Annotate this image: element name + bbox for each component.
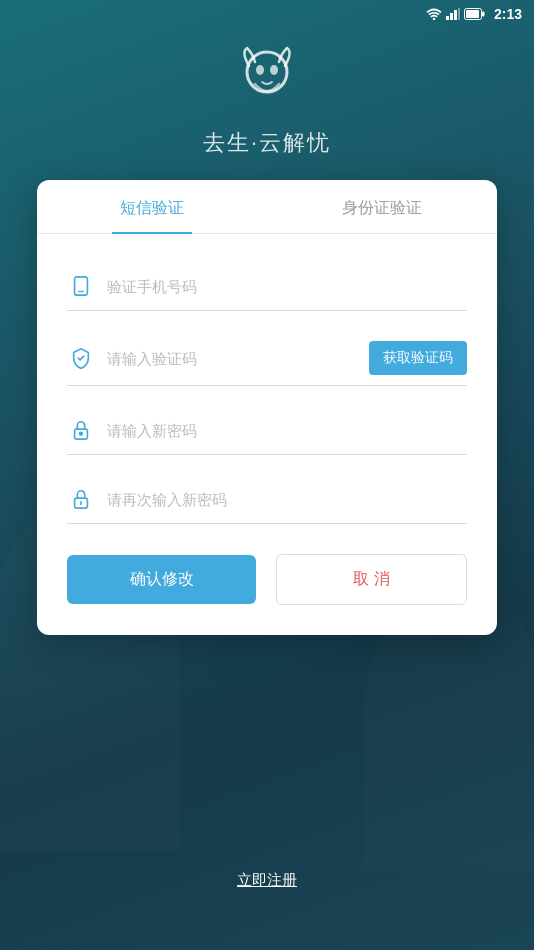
new-password-field-group (37, 406, 497, 455)
shield-icon (67, 344, 95, 372)
lock2-icon (67, 485, 95, 513)
wifi-icon (426, 8, 442, 20)
new-password-field-row (67, 406, 467, 455)
svg-point-14 (80, 432, 83, 435)
logo-icon (227, 40, 307, 120)
svg-rect-6 (466, 10, 479, 18)
code-field-group: 获取验证码 (37, 331, 497, 386)
confirm-button[interactable]: 确认修改 (67, 555, 256, 604)
tab-bar: 短信验证 身份证验证 (37, 180, 497, 234)
cancel-button[interactable]: 取 消 (276, 554, 467, 605)
signal-icon (446, 8, 460, 20)
svg-point-0 (433, 18, 435, 20)
app-logo-svg (227, 40, 307, 120)
phone-field-row (67, 262, 467, 311)
logo-area: 去生·云解忧 (0, 40, 534, 158)
dialog-overlay: 短信验证 身份证验证 (0, 150, 534, 950)
phone-field-group (37, 262, 497, 311)
confirm-password-input[interactable] (107, 491, 467, 508)
lock-icon (67, 416, 95, 444)
status-icons: 2:13 (426, 6, 522, 22)
confirm-password-field-row (67, 475, 467, 524)
svg-rect-11 (75, 277, 88, 295)
tab-id[interactable]: 身份证验证 (267, 180, 497, 233)
status-bar: 2:13 (0, 0, 534, 28)
dialog: 短信验证 身份证验证 (37, 180, 497, 635)
new-password-input[interactable] (107, 422, 467, 439)
battery-icon (464, 8, 486, 20)
svg-rect-7 (482, 12, 485, 17)
phone-icon (67, 272, 95, 300)
svg-point-9 (256, 65, 264, 75)
get-code-button[interactable]: 获取验证码 (369, 341, 467, 375)
code-input[interactable] (107, 350, 357, 367)
time-display: 2:13 (494, 6, 522, 22)
svg-rect-2 (450, 13, 453, 20)
svg-rect-3 (454, 10, 457, 20)
tab-sms[interactable]: 短信验证 (37, 180, 267, 233)
confirm-password-field-group (37, 475, 497, 524)
svg-rect-4 (458, 8, 460, 20)
code-field-row: 获取验证码 (67, 331, 467, 386)
button-row: 确认修改 取 消 (37, 544, 497, 605)
svg-rect-1 (446, 16, 449, 20)
svg-point-10 (270, 65, 278, 75)
phone-input[interactable] (107, 278, 467, 295)
